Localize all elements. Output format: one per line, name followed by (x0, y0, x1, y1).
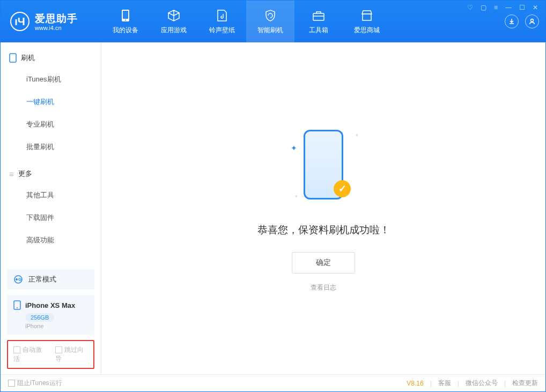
close-button[interactable]: ✕ (533, 4, 538, 11)
view-log-link[interactable]: 查看日志 (311, 283, 336, 292)
device-icon (9, 53, 17, 63)
sidebar-section-more[interactable]: ≡ 更多 (1, 164, 101, 184)
shield-refresh-icon (263, 9, 277, 23)
app-url: www.i4.cn (35, 25, 78, 31)
device-name: iPhone XS Max (25, 301, 75, 309)
toolbox-icon (312, 9, 326, 23)
tab-ringtone-wallpaper[interactable]: 铃声壁纸 (198, 1, 246, 42)
section-title: 更多 (18, 169, 32, 179)
link-check-update[interactable]: 检查更新 (512, 379, 538, 388)
list-icon: ≡ (9, 169, 14, 179)
window-controls: ♡ ▢ ≡ — ☐ ✕ (467, 4, 538, 11)
tab-toolbox[interactable]: 工具箱 (294, 1, 343, 42)
device-info-box[interactable]: iPhone XS Max 256GB iPhone (7, 295, 94, 335)
phone-small-icon (13, 300, 21, 310)
tab-label: 铃声壁纸 (209, 26, 235, 35)
download-button[interactable] (505, 14, 519, 28)
main-content: ✦ • • ✓ 恭喜您，保资料刷机成功啦！ 确定 查看日志 (101, 42, 545, 374)
tab-label: 爱思商城 (354, 26, 380, 35)
sidebar: 刷机 iTunes刷机 一键刷机 专业刷机 批量刷机 ≡ 更多 其他工具 下载固… (1, 42, 101, 374)
sidebar-item-download-firmware[interactable]: 下载固件 (1, 206, 101, 229)
sidebar-item-batch-flash[interactable]: 批量刷机 (1, 136, 101, 158)
cube-icon (167, 9, 181, 23)
check-badge-icon: ✓ (334, 180, 351, 197)
win-menu-icon[interactable]: ≡ (494, 4, 498, 11)
user-button[interactable] (525, 14, 539, 28)
sidebar-item-pro-flash[interactable]: 专业刷机 (1, 113, 101, 136)
app-logo[interactable]: ıЧ 爱思助手 www.i4.cn (10, 12, 101, 31)
sidebar-item-oneclick-flash[interactable]: 一键刷机 (1, 91, 101, 113)
app-name: 爱思助手 (35, 12, 78, 26)
tab-smart-flash[interactable]: 智能刷机 (246, 1, 294, 42)
svg-rect-3 (313, 13, 324, 20)
tab-label: 应用游戏 (161, 26, 187, 35)
device-capacity: 256GB (25, 313, 54, 322)
checkbox-block-itunes[interactable]: 阻止iTunes运行 (8, 379, 62, 388)
svg-point-9 (16, 278, 18, 280)
sidebar-item-itunes-flash[interactable]: iTunes刷机 (1, 68, 101, 91)
tab-store[interactable]: 爱思商城 (343, 1, 391, 42)
ok-button[interactable]: 确定 (292, 252, 355, 273)
main-tabs: 我的设备 应用游戏 铃声壁纸 智能刷机 工具箱 爱思商城 (101, 1, 391, 42)
statusbar: 阻止iTunes运行 V8.16 | 客服 | 微信公众号 | 检查更新 (1, 374, 545, 391)
device-type: iPhone (25, 323, 88, 329)
svg-rect-5 (363, 14, 371, 20)
tab-apps-games[interactable]: 应用游戏 (150, 1, 198, 42)
svg-point-6 (531, 19, 534, 22)
win-skin-icon[interactable]: ▢ (481, 4, 486, 11)
success-illustration: ✦ • • ✓ (289, 124, 358, 210)
version-label: V8.16 (407, 380, 423, 387)
device-mode-box[interactable]: 正常模式 (7, 269, 94, 290)
phone-icon (119, 9, 132, 23)
sidebar-section-flash[interactable]: 刷机 (1, 48, 101, 68)
sidebar-item-other-tools[interactable]: 其他工具 (1, 184, 101, 206)
music-file-icon (215, 9, 229, 23)
checkbox-skip-guide[interactable]: 跳过向导 (55, 345, 88, 364)
mode-icon (13, 275, 23, 284)
titlebar: ıЧ 爱思助手 www.i4.cn 我的设备 应用游戏 铃声壁纸 智能刷机 (1, 1, 545, 42)
link-wechat[interactable]: 微信公众号 (466, 379, 498, 388)
section-title: 刷机 (21, 53, 35, 63)
mode-label: 正常模式 (28, 275, 56, 284)
sidebar-item-advanced[interactable]: 高级功能 (1, 229, 101, 252)
svg-point-2 (125, 19, 126, 20)
store-icon (360, 9, 374, 23)
win-feedback-icon[interactable]: ♡ (467, 4, 473, 11)
svg-rect-1 (123, 11, 128, 19)
tab-label: 工具箱 (309, 26, 328, 35)
logo-icon: ıЧ (10, 12, 29, 31)
options-highlight-box: 自动激活 跳过向导 (7, 340, 94, 369)
tab-my-device[interactable]: 我的设备 (101, 1, 150, 42)
tab-label: 智能刷机 (257, 26, 283, 35)
minimize-button[interactable]: — (505, 4, 512, 11)
svg-point-12 (17, 307, 18, 308)
svg-point-10 (19, 278, 21, 280)
tab-label: 我的设备 (113, 26, 138, 35)
svg-rect-7 (10, 54, 16, 62)
link-support[interactable]: 客服 (438, 379, 451, 388)
checkbox-auto-activate[interactable]: 自动激活 (13, 345, 47, 364)
maximize-button[interactable]: ☐ (519, 4, 525, 11)
success-message: 恭喜您，保资料刷机成功啦！ (257, 223, 390, 237)
